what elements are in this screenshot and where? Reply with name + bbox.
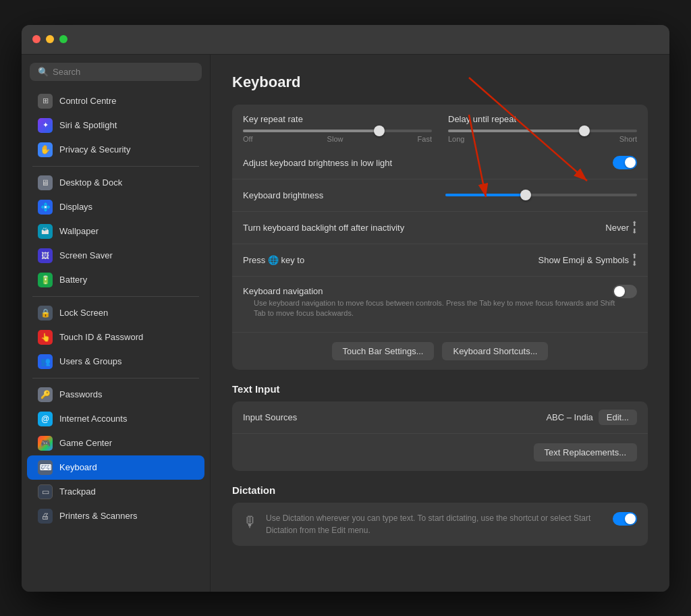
minimize-button[interactable]	[46, 35, 54, 43]
sidebar-label-gamecenter: Game Center	[59, 438, 112, 448]
key-repeat-labels: Off Slow Fast	[243, 135, 432, 143]
dictation-section: 🎙 Use Dictation wherever you can type te…	[232, 503, 648, 546]
delay-until-repeat-track[interactable]	[448, 130, 637, 132]
sidebar-label-siri: Siri & Spotlight	[59, 120, 117, 130]
sidebar-item-screen-saver[interactable]: 🖼 Screen Saver	[27, 244, 204, 268]
sidebar-label-trackpad: Trackpad	[59, 486, 96, 497]
sidebar-item-siri-spotlight[interactable]: ✦ Siri & Spotlight	[27, 113, 204, 138]
turn-off-backlight-row: Turn keyboard backlight off after inacti…	[232, 212, 648, 244]
dropdown-arrows-1: ⬆⬇	[632, 220, 637, 235]
trackpad-icon: ▭	[38, 484, 53, 499]
input-sources-row: Input Sources ABC – India Edit...	[232, 401, 648, 434]
wallpaper-icon: 🏔	[38, 224, 53, 239]
privacy-icon: ✋	[38, 142, 53, 157]
battery-icon: 🔋	[38, 273, 53, 287]
sidebar-item-internet-accounts[interactable]: @ Internet Accounts	[27, 407, 204, 431]
sidebar-item-keyboard[interactable]: ⌨ Keyboard	[27, 455, 204, 480]
printers-icon: 🖨	[38, 509, 53, 524]
press-key-value: Show Emoji & Symbols	[538, 255, 629, 265]
brightness-thumb[interactable]	[520, 190, 531, 200]
sidebar-item-touch-id[interactable]: 👆 Touch ID & Password	[27, 325, 204, 349]
page-title: Keyboard	[232, 74, 648, 91]
siri-icon: ✦	[38, 118, 53, 133]
sidebar-label-passwords: Passwords	[59, 389, 103, 399]
users-icon: 👥	[38, 354, 53, 369]
mic-icon: 🎙	[243, 513, 258, 531]
keyboard-navigation-desc: Use keyboard navigation to move focus be…	[243, 298, 637, 327]
sidebar-label-wallpaper: Wallpaper	[59, 226, 99, 236]
content-area: 🔍 Search ⊞ Control Centre ✦ Siri & Spotl…	[22, 55, 669, 592]
displays-icon: 💠	[38, 200, 53, 215]
label-short: Short	[619, 135, 637, 143]
key-repeat-fill	[243, 130, 379, 132]
dropdown-arrows-2: ⬆⬇	[632, 252, 637, 267]
sidebar-label-control-centre: Control Centre	[59, 96, 117, 106]
turn-off-backlight-value: Never	[605, 223, 629, 233]
lockscreen-icon: 🔒	[38, 306, 53, 320]
input-sources-value: ABC – India	[546, 412, 592, 422]
keyboard-shortcuts-button[interactable]: Keyboard Shortcuts...	[442, 342, 548, 360]
keyboard-brightness-slider[interactable]	[445, 194, 637, 196]
key-repeat-group: Key repeat rate Off Slow Fast	[243, 114, 432, 143]
sidebar-label-users: Users & Groups	[59, 356, 121, 366]
edit-input-sources-button[interactable]: Edit...	[599, 410, 637, 425]
search-box[interactable]: 🔍 Search	[30, 63, 202, 81]
sidebar-item-game-center[interactable]: 🎮 Game Center	[27, 431, 204, 455]
sidebar-item-passwords[interactable]: 🔑 Passwords	[27, 383, 204, 407]
sidebar-label-keyboard: Keyboard	[59, 462, 97, 472]
sidebar-label-lockscreen: Lock Screen	[59, 308, 108, 318]
key-repeat-thumb[interactable]	[374, 125, 385, 136]
main-content: Keyboard Key repeat rate Off Slow	[211, 55, 669, 592]
divider-1	[32, 166, 199, 167]
sidebar-item-privacy-security[interactable]: ✋ Privacy & Security	[27, 138, 204, 162]
key-repeat-section: Key repeat rate Off Slow Fast D	[232, 105, 648, 370]
keyboard-brightness-row: Keyboard brightness	[232, 179, 648, 212]
adjust-brightness-toggle[interactable]	[613, 156, 637, 169]
press-key-dropdown[interactable]: Show Emoji & Symbols ⬆⬇	[538, 252, 637, 267]
keyboard-navigation-label: Keyboard navigation	[243, 286, 613, 296]
keyboard-nav-header: Keyboard navigation	[243, 285, 637, 298]
maximize-button[interactable]	[59, 35, 67, 43]
sidebar-label-battery: Battery	[59, 275, 87, 285]
sidebar-label-displays: Displays	[59, 202, 92, 212]
key-repeat-track[interactable]	[243, 130, 432, 132]
dictation-toggle[interactable]	[613, 512, 637, 526]
gamecenter-icon: 🎮	[38, 436, 53, 451]
sidebar-label-touchid: Touch ID & Password	[59, 332, 143, 342]
sidebar: 🔍 Search ⊞ Control Centre ✦ Siri & Spotl…	[22, 55, 211, 592]
sidebar-item-displays[interactable]: 💠 Displays	[27, 195, 204, 219]
label-fast: Fast	[418, 135, 432, 143]
divider-2	[32, 296, 199, 297]
sidebar-item-users-groups[interactable]: 👥 Users & Groups	[27, 349, 204, 374]
close-button[interactable]	[32, 35, 40, 43]
turn-off-backlight-label: Turn keyboard backlight off after inacti…	[243, 223, 605, 233]
titlebar	[22, 25, 669, 55]
sidebar-item-printers[interactable]: 🖨 Printers & Scanners	[27, 504, 204, 528]
sidebar-label-screensaver: Screen Saver	[59, 250, 113, 260]
delay-thumb[interactable]	[579, 125, 590, 136]
adjust-brightness-label: Adjust keyboard brightness in low light	[243, 158, 613, 168]
text-input-title: Text Input	[232, 383, 648, 395]
keyboard-icon: ⌨	[38, 460, 53, 475]
touch-bar-settings-button[interactable]: Touch Bar Settings...	[332, 342, 435, 360]
sidebar-item-trackpad[interactable]: ▭ Trackpad	[27, 480, 204, 504]
dictation-row: 🎙 Use Dictation wherever you can type te…	[232, 503, 648, 546]
keyboard-navigation-toggle[interactable]	[613, 285, 637, 298]
sidebar-item-lock-screen[interactable]: 🔒 Lock Screen	[27, 301, 204, 325]
sidebar-item-wallpaper[interactable]: 🏔 Wallpaper	[27, 219, 204, 244]
text-replacements-button[interactable]: Text Replacements...	[534, 443, 637, 461]
divider-3	[32, 378, 199, 379]
sidebar-label-privacy: Privacy & Security	[59, 144, 130, 155]
sidebar-item-battery[interactable]: 🔋 Battery	[27, 268, 204, 292]
sidebar-label-internet: Internet Accounts	[59, 414, 127, 424]
input-sources-label: Input Sources	[243, 412, 546, 422]
search-icon: 🔍	[38, 67, 49, 77]
turn-off-backlight-dropdown[interactable]: Never ⬆⬇	[605, 220, 637, 235]
label-long: Long	[448, 135, 464, 143]
sidebar-item-desktop-dock[interactable]: 🖥 Desktop & Dock	[27, 171, 204, 195]
sidebar-item-control-centre[interactable]: ⊞ Control Centre	[27, 89, 204, 113]
press-key-label: Press 🌐 key to	[243, 255, 538, 265]
sliders-row: Key repeat rate Off Slow Fast D	[232, 105, 648, 147]
action-buttons: Touch Bar Settings... Keyboard Shortcuts…	[232, 333, 648, 370]
delay-until-repeat-group: Delay until repeat Long Short	[448, 114, 637, 143]
